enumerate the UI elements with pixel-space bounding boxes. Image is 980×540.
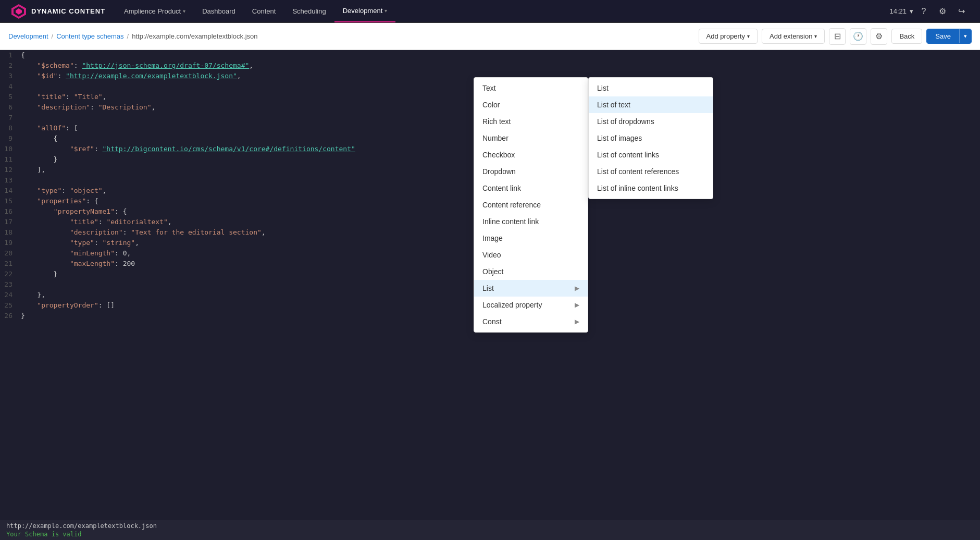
- menu-item-rich-text[interactable]: Rich text: [474, 113, 588, 130]
- arrow-right-icon: ▶: [575, 301, 579, 309]
- menu-item-list[interactable]: List ▶: [474, 280, 588, 297]
- menu-item-content-link[interactable]: Content link: [474, 180, 588, 197]
- chevron-down-icon: ▾: [384, 8, 387, 14]
- main-content: 1{ 2 "$schema": "http://json-schema.org/…: [0, 50, 980, 540]
- submenu-item-list-of-content-links[interactable]: List of content links: [589, 146, 713, 163]
- add-property-button[interactable]: Add property ▾: [699, 29, 758, 44]
- history-icon-btn[interactable]: 🕐: [850, 28, 866, 45]
- logout-icon-btn[interactable]: ↪: [953, 3, 970, 20]
- status-valid: Your Schema is valid: [6, 531, 974, 538]
- menu-item-object[interactable]: Object: [474, 263, 588, 280]
- toolbar-right: Add property ▾ Add extension ▾ ⊟ 🕐 ⚙ Bac…: [699, 28, 972, 45]
- arrow-right-icon: ▶: [575, 285, 579, 292]
- menu-item-image[interactable]: Image: [474, 230, 588, 247]
- list-submenu[interactable]: List List of text List of dropdowns List…: [588, 77, 713, 199]
- code-line-2: 2 "$schema": "http://json-schema.org/dra…: [0, 60, 980, 71]
- breadcrumb-development[interactable]: Development: [8, 32, 48, 40]
- submenu-item-list-of-dropdowns[interactable]: List of dropdowns: [589, 113, 713, 130]
- submenu-item-list-of-inline-content-links[interactable]: List of inline content links: [589, 180, 713, 197]
- settings-icon-btn[interactable]: ⚙: [934, 3, 951, 20]
- nav-item-scheduling[interactable]: Scheduling: [284, 0, 334, 22]
- add-property-dropdown[interactable]: Text Color Rich text Number Checkbox Dro…: [474, 77, 588, 333]
- save-button[interactable]: Save: [927, 29, 959, 43]
- chevron-down-icon: ▾: [814, 33, 817, 39]
- format-icon-btn[interactable]: ⊟: [829, 28, 846, 45]
- nav-item-content[interactable]: Content: [244, 0, 284, 22]
- code-line-1: 1{: [0, 50, 980, 60]
- menu-item-localized-property[interactable]: Localized property ▶: [474, 297, 588, 313]
- menu-item-checkbox[interactable]: Checkbox: [474, 146, 588, 163]
- menu-item-inline-content-link[interactable]: Inline content link: [474, 213, 588, 230]
- chevron-down-icon: ▾: [183, 8, 185, 14]
- toolbar: Development / Content type schemas / htt…: [0, 23, 980, 50]
- nav-time: 14:21 ▾: [889, 7, 913, 15]
- menu-item-content-reference[interactable]: Content reference: [474, 197, 588, 213]
- submenu-item-list[interactable]: List: [589, 80, 713, 96]
- logo-icon: [10, 3, 27, 20]
- add-extension-button[interactable]: Add extension ▾: [762, 29, 825, 44]
- nav-item-amplience-product[interactable]: Amplience Product ▾: [116, 0, 194, 22]
- arrow-right-icon: ▶: [575, 318, 579, 325]
- nav-items: Amplience Product ▾ Dashboard Content Sc…: [116, 0, 889, 22]
- menu-item-number[interactable]: Number: [474, 130, 588, 146]
- breadcrumb: Development / Content type schemas / htt…: [8, 32, 694, 40]
- chevron-down-icon: ▾: [910, 7, 913, 15]
- help-icon-btn[interactable]: ?: [915, 3, 932, 20]
- submenu-item-list-of-images[interactable]: List of images: [589, 130, 713, 146]
- nav-item-development[interactable]: Development ▾: [334, 0, 396, 22]
- menu-item-color[interactable]: Color: [474, 96, 588, 113]
- save-dropdown-button[interactable]: ▾: [959, 29, 971, 43]
- brand-name: DYNAMIC CONTENT: [31, 7, 105, 15]
- chevron-down-icon: ▾: [747, 33, 750, 39]
- menu-item-text[interactable]: Text: [474, 80, 588, 96]
- submenu-item-list-of-content-references[interactable]: List of content references: [589, 163, 713, 180]
- filter-icon-btn[interactable]: ⚙: [871, 28, 887, 45]
- menu-item-dropdown[interactable]: Dropdown: [474, 163, 588, 180]
- breadcrumb-content-type-schemas[interactable]: Content type schemas: [56, 32, 123, 40]
- back-button[interactable]: Back: [891, 29, 922, 44]
- menu-item-video[interactable]: Video: [474, 247, 588, 263]
- submenu-item-list-of-text[interactable]: List of text: [589, 96, 713, 113]
- top-navigation: DYNAMIC CONTENT Amplience Product ▾ Dash…: [0, 0, 980, 23]
- breadcrumb-current: http://example.com/exampletextblock.json: [132, 32, 257, 40]
- nav-right: 14:21 ▾ ? ⚙ ↪: [889, 3, 976, 20]
- logo[interactable]: DYNAMIC CONTENT: [4, 3, 111, 20]
- menu-item-const[interactable]: Const ▶: [474, 313, 588, 330]
- nav-item-dashboard[interactable]: Dashboard: [194, 0, 244, 22]
- status-bar: http://example.com/exampletextblock.json…: [0, 520, 980, 540]
- status-url: http://example.com/exampletextblock.json: [6, 522, 974, 530]
- save-split-button[interactable]: Save ▾: [926, 29, 972, 44]
